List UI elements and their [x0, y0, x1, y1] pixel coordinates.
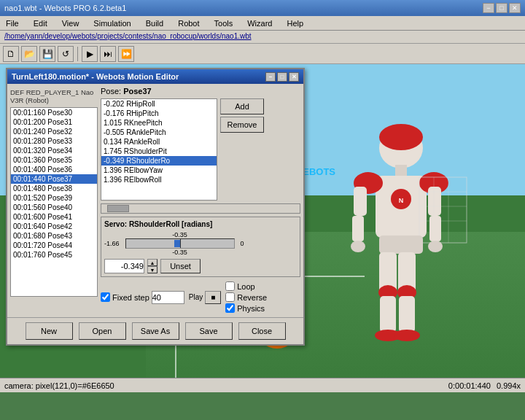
new-world-button[interactable]: 🗋 [3, 46, 19, 62]
pose-name: Pose37 [123, 87, 152, 96]
toolbar: 🗋 📂 💾 ↺ ▶ ⏭ ⏩ [0, 44, 525, 64]
save-world-button[interactable]: 💾 [39, 46, 55, 62]
servo-item[interactable]: 0.134 RAnkleRoll [101, 137, 217, 147]
bottom-controls: Fixed step Play ■ Loop [101, 280, 300, 314]
fixed-step-checkbox[interactable] [101, 292, 110, 302]
menu-help[interactable]: Help [284, 18, 306, 28]
spin-buttons: ▲ ▼ [147, 259, 158, 273]
pose-item[interactable]: 00:01:680 Pose43 [11, 231, 97, 241]
zoom-display: 0.994x [497, 381, 521, 390]
servo-list-scrollbar[interactable] [101, 203, 300, 214]
servo-list-container: -0.202 RHipRoll-0.176 RHipPitch1.015 RKn… [101, 98, 300, 201]
reverse-checkbox[interactable] [225, 292, 235, 302]
menu-bar: File Edit View Simulation Build Robot To… [0, 16, 525, 31]
spin-up-button[interactable]: ▲ [147, 259, 158, 266]
pose-item[interactable]: 00:01:440 Pose37 [11, 174, 97, 184]
pose-label-row: Pose: Pose37 [101, 87, 300, 96]
maximize-button[interactable]: □ [496, 3, 508, 13]
servo-add-button[interactable]: Add [220, 98, 264, 114]
toolbar-separator-1 [77, 47, 78, 61]
svg-point-19 [428, 241, 443, 252]
menu-build[interactable]: Build [143, 18, 166, 28]
fixed-step-label: Fixed step [112, 293, 149, 302]
pose-item[interactable]: 00:01:480 Pose38 [11, 184, 97, 193]
pose-item[interactable]: 00:01:520 Pose39 [11, 193, 97, 203]
menu-wizard[interactable]: Wizard [244, 18, 275, 28]
minimize-button[interactable]: − [483, 3, 494, 13]
loop-checkbox[interactable] [225, 281, 235, 291]
step-button[interactable]: ⏭ [100, 46, 116, 62]
slider-top-label: -0.35 [172, 231, 187, 238]
svg-rect-16 [352, 216, 364, 241]
servo-item[interactable]: 1.396 RElbowRoll [101, 175, 217, 184]
pose-item[interactable]: 00:01:280 Pose33 [11, 136, 97, 146]
servo-control: Servo: RShoulderRoll [radians] -1.66 -0.… [101, 217, 300, 277]
save-as-button[interactable]: Save As [132, 322, 179, 340]
robot-figure: N [306, 108, 489, 385]
dialog-close[interactable]: ✕ [289, 72, 299, 82]
menu-view[interactable]: View [59, 18, 82, 28]
dialog-minimize[interactable]: − [265, 72, 276, 82]
menu-edit[interactable]: Edit [31, 18, 50, 28]
open-button[interactable]: Open [79, 322, 126, 340]
status-text: camera: pixel(121,0)=#6E6650 [4, 381, 448, 390]
servo-item[interactable]: -0.202 RHipRoll [101, 99, 217, 109]
servo-item[interactable]: -0.349 RShoulderRo [101, 156, 217, 166]
slider-thumb[interactable] [174, 240, 180, 247]
pose-item[interactable]: 00:01:640 Pose42 [11, 222, 97, 231]
slider-min-label: -1.66 [104, 240, 120, 247]
reload-button[interactable]: ↺ [58, 46, 74, 62]
servo-item[interactable]: -0.176 RHipPitch [101, 109, 217, 118]
main-content: WEBOTS YBER BOTICS N [0, 64, 525, 392]
save-button[interactable]: Save [185, 322, 233, 340]
servo-item[interactable]: -0.505 RAnklePitch [101, 128, 217, 137]
new-button[interactable]: New [26, 322, 73, 340]
svg-rect-25 [380, 296, 396, 332]
pose-item[interactable]: 00:01:600 Pose41 [11, 212, 97, 222]
spin-down-button[interactable]: ▼ [147, 266, 158, 273]
servo-buttons: Add Remove [220, 98, 264, 201]
menu-simulation[interactable]: Simulation [90, 18, 133, 28]
svg-rect-17 [429, 216, 441, 241]
pose-item[interactable]: 00:01:320 Pose34 [11, 146, 97, 155]
servo-item[interactable]: 1.015 RKneePitch [101, 118, 217, 128]
menu-file[interactable]: File [3, 18, 22, 28]
pose-item[interactable]: 00:01:760 Pose45 [11, 250, 97, 260]
servo-item[interactable]: 1.745 RShoulderPit [101, 147, 217, 156]
path-bar: /home/yann/develop/webots/projects/conte… [0, 31, 525, 44]
servo-item[interactable]: 1.396 RElbowYaw [101, 166, 217, 175]
unset-button[interactable]: Unset [160, 259, 201, 273]
pose-item[interactable]: 00:01:560 Pose40 [11, 203, 97, 212]
step-input[interactable] [152, 291, 184, 304]
pose-item[interactable]: 00:01:240 Pose32 [11, 127, 97, 136]
svg-rect-9 [428, 187, 441, 216]
close-button[interactable]: ✕ [509, 3, 521, 13]
fixed-step-row: Fixed step [101, 291, 184, 304]
svg-rect-20 [379, 236, 423, 254]
pose-item[interactable]: 00:01:400 Pose36 [11, 165, 97, 174]
servo-value-input[interactable] [104, 259, 144, 273]
menu-tools[interactable]: Tools [211, 18, 236, 28]
slider-track[interactable] [125, 238, 235, 249]
play-controls: Play ■ [189, 291, 221, 304]
svg-rect-2 [395, 165, 407, 176]
slider-max-label: 0 [241, 240, 244, 247]
dialog-maximize[interactable]: □ [277, 72, 287, 82]
pose-item[interactable]: 00:01:160 Pose30 [11, 108, 97, 117]
pose-item[interactable]: 00:01:360 Pose35 [11, 155, 97, 165]
servo-remove-button[interactable]: Remove [220, 117, 264, 133]
svg-rect-26 [399, 296, 415, 332]
pose-list[interactable]: 00:01:160 Pose3000:01:200 Pose3100:01:24… [10, 107, 98, 297]
scrollbar-thumb[interactable] [107, 205, 129, 212]
fast-forward-button[interactable]: ⏩ [118, 46, 134, 62]
play-button[interactable]: ▶ [82, 46, 98, 62]
pose-item[interactable]: 00:01:720 Pose44 [11, 241, 97, 250]
pose-list-panel: DEF RED_PLAYER_1 NaoV3R (Robot) 00:01:16… [10, 87, 98, 314]
open-world-button[interactable]: 📂 [21, 46, 37, 62]
pose-item[interactable]: 00:01:200 Pose31 [11, 117, 97, 127]
close-dialog-button[interactable]: Close [238, 322, 286, 340]
servo-list[interactable]: -0.202 RHipRoll-0.176 RHipPitch1.015 RKn… [101, 98, 217, 201]
stop-button[interactable]: ■ [205, 291, 221, 304]
menu-robot[interactable]: Robot [175, 18, 202, 28]
physics-checkbox[interactable] [225, 303, 235, 313]
